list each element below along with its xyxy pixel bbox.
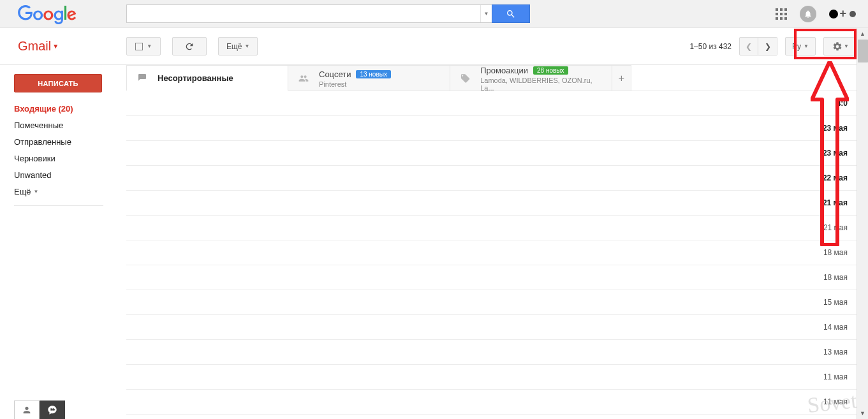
inbox-icon: [136, 73, 149, 83]
search-button[interactable]: [492, 4, 530, 23]
message-date: 18 мая: [823, 248, 848, 257]
message-date: 11 мая: [823, 397, 848, 406]
message-row[interactable]: 23 мая: [126, 141, 857, 166]
person-icon: [22, 405, 32, 415]
notifications-icon[interactable]: [800, 6, 816, 22]
refresh-button[interactable]: [172, 37, 207, 55]
scrollbar[interactable]: ▲ ▼: [857, 28, 868, 419]
message-date: 15 мая: [823, 298, 848, 307]
sidebar-more[interactable]: Ещё▼: [14, 187, 121, 196]
apps-icon[interactable]: [776, 8, 787, 20]
message-row[interactable]: 21 мая: [126, 216, 857, 240]
pager-next-button[interactable]: ❯: [758, 37, 777, 55]
sidebar: НАПИСАТЬ Входящие (20)ПомеченныеОтправле…: [0, 65, 126, 419]
message-date: 23 мая: [823, 124, 848, 133]
message-row[interactable]: 4:0: [126, 91, 857, 116]
tag-icon: [459, 73, 471, 84]
svg-point-0: [850, 11, 856, 17]
compose-button[interactable]: НАПИСАТЬ: [14, 74, 102, 92]
sidebar-item[interactable]: Входящие (20): [14, 104, 121, 114]
promo-badge: 28 новых: [533, 66, 568, 75]
message-row[interactable]: 11 мая: [126, 365, 857, 390]
add-tab-button[interactable]: +: [612, 65, 631, 91]
message-date: 4:0: [837, 99, 848, 108]
message-row[interactable]: 18 мая: [126, 240, 857, 265]
tab-primary[interactable]: Несортированные: [126, 65, 288, 91]
sidebar-item[interactable]: Unwanted: [14, 170, 121, 180]
hangouts-tab[interactable]: [40, 401, 65, 419]
message-row[interactable]: 18 мая: [126, 265, 857, 290]
google-logo[interactable]: [18, 4, 77, 26]
select-all-checkbox[interactable]: ▼: [126, 37, 161, 55]
message-date: 23 мая: [823, 149, 848, 158]
search-input[interactable]: ▼: [126, 4, 492, 23]
category-tabs: Несортированные Соцсети13 новых Pinteres…: [126, 65, 857, 91]
more-button[interactable]: Ещё▼: [218, 37, 258, 55]
pager-prev-button[interactable]: ❮: [739, 37, 758, 55]
tab-promotions[interactable]: Промоакции28 новых Lamoda, WILDBERRIES, …: [450, 65, 612, 91]
message-row[interactable]: 21 мая: [126, 191, 857, 216]
message-date: 11 мая: [823, 372, 848, 381]
scroll-thumb[interactable]: [858, 40, 868, 62]
pager-text: 1–50 из 432: [689, 42, 732, 51]
message-date: 18 мая: [823, 273, 848, 282]
message-row[interactable]: 13 мая: [126, 340, 857, 365]
gear-icon: [832, 41, 842, 52]
hangouts-icon: [47, 405, 57, 415]
sidebar-item[interactable]: Отправленные: [14, 137, 121, 147]
message-date: 14 мая: [823, 323, 848, 332]
message-row[interactable]: 22 мая: [126, 166, 857, 191]
people-icon: [297, 73, 310, 84]
tab-social[interactable]: Соцсети13 новых Pinterest: [288, 65, 450, 91]
social-badge: 13 новых: [356, 70, 391, 78]
search-options-dropdown[interactable]: ▼: [480, 5, 492, 22]
message-row[interactable]: 23 мая: [126, 116, 857, 141]
message-date: 21 мая: [823, 198, 848, 207]
sidebar-item[interactable]: Черновики: [14, 154, 121, 163]
gmail-dropdown[interactable]: Gmail▼: [18, 39, 59, 54]
message-date: 22 мая: [823, 173, 848, 182]
contacts-tab[interactable]: [14, 401, 40, 419]
message-row[interactable]: 11 мая: [126, 390, 857, 415]
input-language-button[interactable]: Ру▼: [785, 37, 816, 55]
message-date: 21 мая: [823, 223, 848, 232]
message-row[interactable]: 14 мая: [126, 315, 857, 340]
toolbar: Gmail▼ ▼ Ещё▼ 1–50 из 432 ❮ ❯ Ру▼ ▼: [0, 28, 868, 65]
message-row[interactable]: 15 мая: [126, 290, 857, 315]
message-list: 4:023 мая23 мая22 мая21 мая21 мая18 мая1…: [126, 91, 857, 415]
google-bar: ▼ +: [0, 0, 868, 28]
account-switcher[interactable]: +: [829, 7, 857, 20]
sidebar-item[interactable]: Помеченные: [14, 121, 121, 130]
message-date: 13 мая: [823, 348, 848, 357]
sidebar-bottom-tabs: [14, 401, 65, 419]
settings-button[interactable]: ▼: [823, 37, 858, 55]
